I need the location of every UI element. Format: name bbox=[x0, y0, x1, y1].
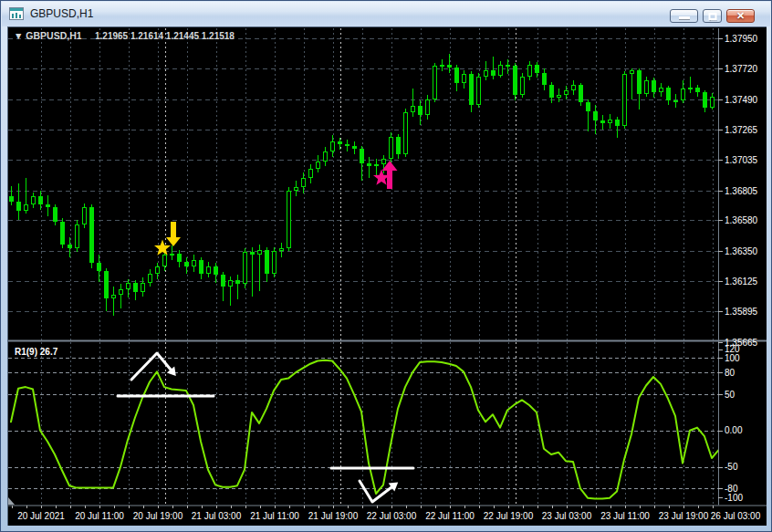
minimize-icon bbox=[679, 16, 690, 19]
svg-text:1.35895: 1.35895 bbox=[725, 307, 758, 317]
svg-text:1.37265: 1.37265 bbox=[725, 125, 758, 135]
svg-text:1.37035: 1.37035 bbox=[725, 155, 758, 165]
window-titlebar[interactable]: GBPUSD,H1 ✕ bbox=[2, 2, 770, 26]
svg-text:50: 50 bbox=[725, 390, 735, 400]
svg-text:0.00: 0.00 bbox=[725, 425, 743, 435]
close-icon: ✕ bbox=[727, 10, 754, 22]
window-title: GBPUSD,H1 bbox=[30, 7, 93, 20]
svg-text:100: 100 bbox=[725, 353, 740, 363]
svg-text:1.37720: 1.37720 bbox=[725, 64, 758, 74]
svg-text:26 Jul 03:00: 26 Jul 03:00 bbox=[711, 511, 761, 521]
svg-text:23 Jul 11:00: 23 Jul 11:00 bbox=[600, 511, 650, 521]
mt4-window: GBPUSD,H1 ✕ 1.379501.377201.374901.37265… bbox=[0, 0, 772, 532]
chart-window-icon bbox=[9, 6, 24, 21]
minimize-button[interactable] bbox=[670, 9, 698, 23]
svg-text:1.36580: 1.36580 bbox=[725, 215, 758, 225]
svg-text:1.36350: 1.36350 bbox=[725, 246, 758, 256]
svg-text:1.37490: 1.37490 bbox=[725, 95, 758, 105]
svg-text:22 Jul 19:00: 22 Jul 19:00 bbox=[484, 511, 534, 521]
svg-text:1.37950: 1.37950 bbox=[725, 34, 758, 44]
svg-text:22 Jul 03:00: 22 Jul 03:00 bbox=[367, 511, 417, 521]
maximize-icon bbox=[708, 13, 716, 20]
svg-text:20 Jul 11:00: 20 Jul 11:00 bbox=[75, 511, 124, 521]
svg-text:21 Jul 19:00: 21 Jul 19:00 bbox=[308, 511, 359, 521]
svg-text:20 Jul 2021: 20 Jul 2021 bbox=[17, 511, 65, 521]
svg-text:80: 80 bbox=[725, 368, 735, 378]
svg-text:22 Jul 11:00: 22 Jul 11:00 bbox=[425, 511, 475, 521]
svg-text:1.36805: 1.36805 bbox=[725, 186, 758, 196]
svg-text:-100: -100 bbox=[725, 493, 743, 503]
svg-text:-50: -50 bbox=[725, 462, 738, 472]
svg-text:▼ GBPUSD,H1: ▼ GBPUSD,H1 bbox=[14, 30, 82, 41]
svg-text:R1(9) 26.7: R1(9) 26.7 bbox=[15, 347, 58, 357]
svg-text:1.21965 1.21614 1.21445 1.2151: 1.21965 1.21614 1.21445 1.21518 bbox=[95, 31, 235, 41]
maximize-button[interactable] bbox=[703, 9, 722, 23]
svg-text:23 Jul 03:00: 23 Jul 03:00 bbox=[542, 511, 592, 521]
chart-content[interactable]: 1.379501.377201.374901.372651.370351.368… bbox=[7, 26, 767, 526]
window-controls: ✕ bbox=[670, 9, 755, 23]
svg-text:1.36125: 1.36125 bbox=[725, 276, 758, 287]
close-button[interactable]: ✕ bbox=[726, 9, 755, 23]
svg-text:23 Jul 19:00: 23 Jul 19:00 bbox=[659, 511, 709, 521]
chart-canvas[interactable]: 1.379501.377201.374901.372651.370351.368… bbox=[7, 26, 767, 526]
svg-text:20 Jul 19:00: 20 Jul 19:00 bbox=[133, 511, 183, 521]
svg-text:21 Jul 03:00: 21 Jul 03:00 bbox=[192, 511, 242, 521]
svg-text:21 Jul 11:00: 21 Jul 11:00 bbox=[250, 511, 299, 521]
